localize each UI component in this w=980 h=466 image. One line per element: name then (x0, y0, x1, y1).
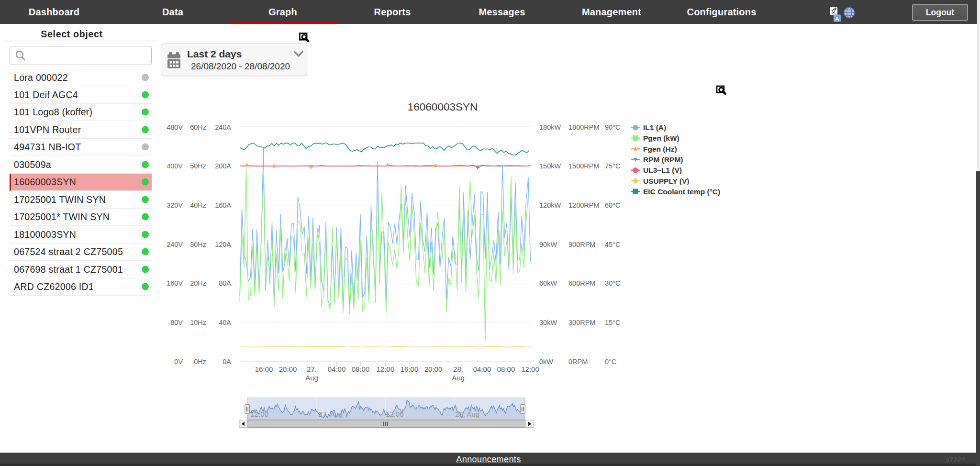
svg-text:Aug: Aug (305, 374, 318, 382)
svg-text:0Hz: 0Hz (194, 358, 206, 366)
svg-text:60kW: 60kW (539, 279, 557, 287)
svg-text:12:00: 12:00 (521, 365, 539, 373)
svg-text:04:00: 04:00 (328, 365, 346, 373)
svg-text:0RPM: 0RPM (568, 358, 588, 366)
svg-text:A: A (835, 16, 839, 22)
svg-text:900RPM: 900RPM (568, 241, 595, 248)
svg-text:Aug: Aug (452, 374, 465, 382)
svg-text:40Hz: 40Hz (190, 201, 206, 209)
svg-text:40A: 40A (219, 319, 231, 326)
svg-text:0A: 0A (223, 358, 231, 366)
svg-text:240V: 240V (167, 241, 183, 248)
svg-text:15°C: 15°C (605, 319, 620, 326)
svg-text:30Hz: 30Hz (190, 241, 206, 248)
svg-text:1500RPM: 1500RPM (568, 162, 599, 170)
svg-text:08:00: 08:00 (497, 365, 515, 373)
svg-text:50Hz: 50Hz (190, 162, 206, 170)
svg-text:USUPPLY (V): USUPPLY (V) (643, 177, 689, 185)
svg-text:12:00: 12:00 (386, 410, 404, 418)
svg-text:04:00: 04:00 (473, 365, 491, 373)
svg-text:45°C: 45°C (605, 241, 620, 248)
svg-text:16:00: 16:00 (401, 365, 419, 373)
svg-text:27.: 27. (307, 365, 317, 373)
svg-text:0V: 0V (174, 358, 183, 366)
svg-text:480V: 480V (167, 123, 183, 131)
svg-text:0kW: 0kW (539, 358, 553, 366)
svg-text:28. Aug: 28. Aug (455, 410, 479, 418)
svg-text:150kW: 150kW (539, 162, 561, 170)
svg-text:28.: 28. (453, 365, 463, 373)
svg-text:20:00: 20:00 (279, 365, 297, 373)
svg-text:80V: 80V (170, 319, 183, 326)
svg-text:30kW: 30kW (539, 319, 557, 326)
svg-text:160A: 160A (215, 201, 231, 209)
svg-text:RPM (RPM): RPM (RPM) (643, 155, 683, 164)
svg-text:20:00: 20:00 (424, 365, 443, 373)
svg-text:EIC Coolant temp (°C): EIC Coolant temp (°C) (643, 188, 720, 196)
svg-text:30°C: 30°C (605, 279, 620, 287)
svg-text:12:00: 12:00 (377, 365, 395, 373)
svg-text:90°C: 90°C (605, 123, 620, 131)
svg-text:240A: 240A (215, 123, 231, 131)
svg-text:90kW: 90kW (539, 241, 557, 248)
svg-text:27. Aug: 27. Aug (319, 410, 343, 418)
svg-text:160V: 160V (167, 279, 183, 287)
svg-text:10Hz: 10Hz (190, 319, 206, 326)
svg-text:120A: 120A (215, 241, 231, 248)
svg-text:UL3–L1 (V): UL3–L1 (V) (643, 166, 682, 174)
svg-text:300RPM: 300RPM (568, 319, 595, 326)
svg-text:12:00: 12:00 (251, 410, 269, 418)
svg-text:16060003SYN: 16060003SYN (408, 101, 478, 113)
svg-text:1200RPM: 1200RPM (568, 201, 599, 209)
svg-text:20Hz: 20Hz (190, 279, 206, 287)
svg-text:1800RPM: 1800RPM (568, 123, 599, 131)
svg-text:75°C: 75°C (605, 162, 620, 170)
svg-text:600RPM: 600RPM (568, 279, 595, 287)
svg-text:60Hz: 60Hz (190, 123, 206, 131)
svg-text:Fgen (Hz): Fgen (Hz) (643, 145, 677, 153)
svg-text:08:00: 08:00 (352, 365, 370, 373)
svg-text:60°C: 60°C (605, 201, 620, 209)
svg-text:Pgen (kW): Pgen (kW) (643, 134, 679, 142)
svg-text:400V: 400V (167, 162, 183, 170)
svg-text:16:00: 16:00 (255, 365, 273, 373)
svg-text:200A: 200A (215, 162, 231, 170)
svg-text:IL1 (A): IL1 (A) (643, 123, 666, 132)
svg-text:180kW: 180kW (539, 123, 561, 131)
svg-text:0°C: 0°C (605, 358, 616, 366)
svg-text:80A: 80A (219, 279, 231, 287)
svg-text:320V: 320V (167, 201, 183, 209)
svg-text:120kW: 120kW (539, 201, 561, 209)
